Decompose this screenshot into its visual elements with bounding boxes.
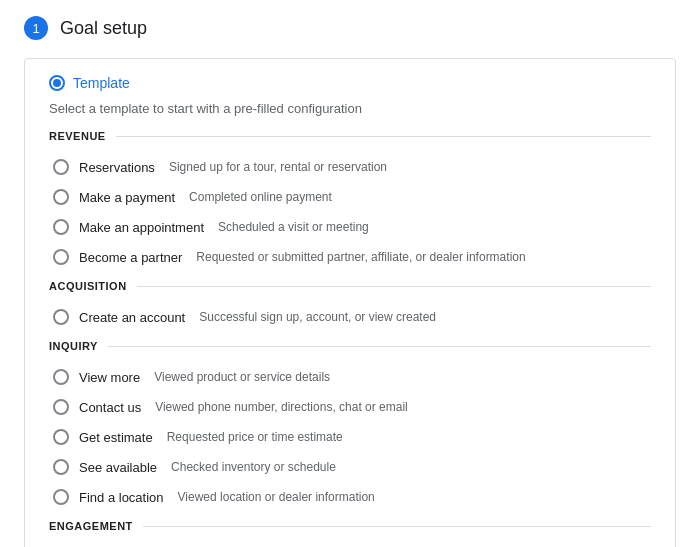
radio-create-an-account[interactable] — [53, 309, 69, 325]
divider-line-revenue — [116, 136, 651, 137]
option-desc-become-a-partner: Requested or submitted partner, affiliat… — [196, 250, 525, 264]
radio-view-more[interactable] — [53, 369, 69, 385]
radio-see-available[interactable] — [53, 459, 69, 475]
option-name-contact-us: Contact us — [79, 400, 141, 415]
option-row-create-an-account[interactable]: Create an accountSuccessful sign up, acc… — [49, 302, 651, 332]
option-desc-find-a-location: Viewed location or dealer information — [178, 490, 375, 504]
option-row-reservations[interactable]: ReservationsSigned up for a tour, rental… — [49, 152, 651, 182]
divider-line-engagement — [143, 526, 651, 527]
option-row-get-estimate[interactable]: Get estimateRequested price or time esti… — [49, 422, 651, 452]
radio-make-a-payment[interactable] — [53, 189, 69, 205]
section-divider-inquiry: INQUIRY — [49, 340, 651, 352]
section-label-inquiry: INQUIRY — [49, 340, 98, 352]
template-radio-selected[interactable] — [49, 75, 65, 91]
option-name-reservations: Reservations — [79, 160, 155, 175]
section-revenue: REVENUEReservationsSigned up for a tour,… — [49, 130, 651, 272]
option-desc-make-an-appointment: Scheduled a visit or meeting — [218, 220, 369, 234]
page-title: Goal setup — [60, 18, 147, 39]
option-name-get-estimate: Get estimate — [79, 430, 153, 445]
template-subtitle: Select a template to start with a pre-fi… — [49, 101, 651, 116]
option-desc-create-an-account: Successful sign up, account, or view cre… — [199, 310, 436, 324]
option-name-find-a-location: Find a location — [79, 490, 164, 505]
option-name-view-more: View more — [79, 370, 140, 385]
step-circle: 1 — [24, 16, 48, 40]
option-row-find-a-location[interactable]: Find a locationViewed location or dealer… — [49, 482, 651, 512]
option-row-make-an-appointment[interactable]: Make an appointmentScheduled a visit or … — [49, 212, 651, 242]
radio-contact-us[interactable] — [53, 399, 69, 415]
option-name-make-an-appointment: Make an appointment — [79, 220, 204, 235]
section-label-revenue: REVENUE — [49, 130, 106, 142]
section-acquisition: ACQUISITIONCreate an accountSuccessful s… — [49, 280, 651, 332]
section-engagement: ENGAGEMENTMedia playPlayed interactive m… — [49, 520, 651, 547]
section-label-engagement: ENGAGEMENT — [49, 520, 133, 532]
divider-line-acquisition — [137, 286, 651, 287]
option-row-view-more[interactable]: View moreViewed product or service detai… — [49, 362, 651, 392]
option-name-create-an-account: Create an account — [79, 310, 185, 325]
option-name-become-a-partner: Become a partner — [79, 250, 182, 265]
option-name-make-a-payment: Make a payment — [79, 190, 175, 205]
option-row-media-play[interactable]: Media playPlayed interactive media, like… — [49, 542, 651, 547]
radio-become-a-partner[interactable] — [53, 249, 69, 265]
option-row-make-a-payment[interactable]: Make a paymentCompleted online payment — [49, 182, 651, 212]
goal-setup-card: Template Select a template to start with… — [24, 58, 676, 547]
radio-get-estimate[interactable] — [53, 429, 69, 445]
option-desc-view-more: Viewed product or service details — [154, 370, 330, 384]
option-row-contact-us[interactable]: Contact usViewed phone number, direction… — [49, 392, 651, 422]
option-row-become-a-partner[interactable]: Become a partnerRequested or submitted p… — [49, 242, 651, 272]
option-desc-contact-us: Viewed phone number, directions, chat or… — [155, 400, 408, 414]
option-name-see-available: See available — [79, 460, 157, 475]
option-desc-reservations: Signed up for a tour, rental or reservat… — [169, 160, 387, 174]
section-label-acquisition: ACQUISITION — [49, 280, 127, 292]
option-desc-make-a-payment: Completed online payment — [189, 190, 332, 204]
template-label: Template — [73, 75, 130, 91]
sections-container: REVENUEReservationsSigned up for a tour,… — [49, 130, 651, 547]
divider-line-inquiry — [108, 346, 651, 347]
section-divider-revenue: REVENUE — [49, 130, 651, 142]
radio-make-an-appointment[interactable] — [53, 219, 69, 235]
option-row-see-available[interactable]: See availableChecked inventory or schedu… — [49, 452, 651, 482]
section-divider-acquisition: ACQUISITION — [49, 280, 651, 292]
option-desc-see-available: Checked inventory or schedule — [171, 460, 336, 474]
radio-find-a-location[interactable] — [53, 489, 69, 505]
section-inquiry: INQUIRYView moreViewed product or servic… — [49, 340, 651, 512]
page-container: 1 Goal setup Template Select a template … — [0, 0, 700, 547]
section-divider-engagement: ENGAGEMENT — [49, 520, 651, 532]
radio-reservations[interactable] — [53, 159, 69, 175]
option-desc-get-estimate: Requested price or time estimate — [167, 430, 343, 444]
goal-setup-header: 1 Goal setup — [24, 16, 676, 40]
template-row[interactable]: Template — [49, 75, 651, 91]
